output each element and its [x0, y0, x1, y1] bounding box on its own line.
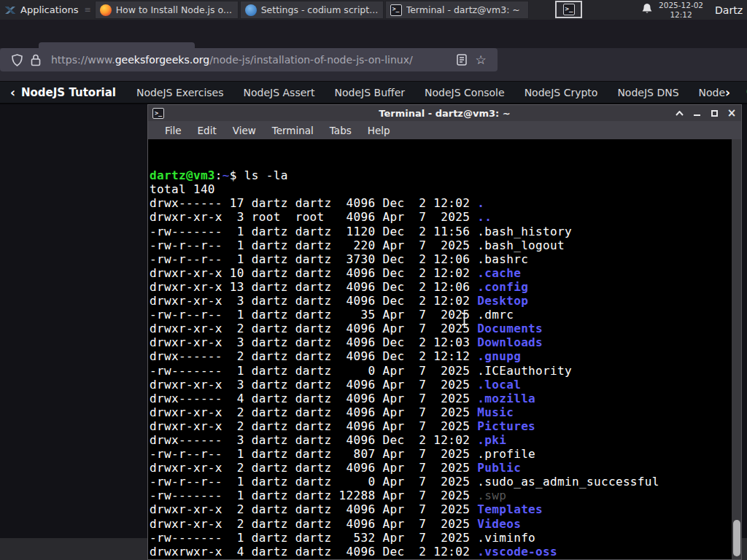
terminal-line: -rw-r--r-- 1 dartz dartz 3730 Dec 2 12:0… [150, 252, 740, 266]
menu-view[interactable]: View [225, 125, 264, 136]
terminal-scrollbar-thumb[interactable] [733, 520, 740, 556]
terminal-line: -rw------- 1 dartz dartz 1120 Dec 2 11:5… [150, 225, 740, 238]
firefox-icon [100, 4, 112, 16]
terminal-line: -rw-r--r-- 1 dartz dartz 220 Apr 7 2025 … [150, 238, 740, 252]
terminal-icon: >_ [390, 4, 402, 16]
lock-icon[interactable] [26, 50, 45, 69]
terminal-line: drwx------ 3 dartz dartz 4096 Dec 2 12:0… [150, 433, 740, 447]
terminal-line: drwxr-xr-x 3 dartz dartz 4096 Apr 7 2025… [150, 378, 740, 392]
menu-help[interactable]: Help [360, 125, 398, 136]
focused-window-iconbox[interactable]: >_ [555, 1, 582, 18]
nav-link-dns[interactable]: NodeJS DNS [617, 87, 678, 98]
terminal-line: drwxr-xr-x 2 dartz dartz 4096 Apr 7 2025… [150, 461, 740, 475]
tracking-shield-icon[interactable] [7, 50, 26, 69]
nav-link-crypto[interactable]: NodeJS Crypto [525, 87, 598, 98]
menu-tabs[interactable]: Tabs [322, 125, 360, 136]
nav-back-chevron-icon[interactable]: ‹ [10, 85, 15, 100]
nav-more-chevron-icon[interactable]: › [725, 85, 730, 100]
terminal-line: drwx------ 17 dartz dartz 4096 Dec 2 12:… [150, 196, 740, 210]
nav-link-buffer[interactable]: NodeJS Buffer [335, 87, 406, 98]
site-nav-bar: ‹ NodeJS Tutorial NodeJS Exercises NodeJ… [0, 82, 747, 104]
taskbar-window-firefox[interactable]: How to Install Node.js o... [95, 1, 239, 19]
panel-tray: 2025-12-02 12:12 Dartz [641, 0, 747, 20]
nav-link-console[interactable]: NodeJS Console [425, 87, 505, 98]
terminal-scrollbar[interactable] [732, 139, 741, 559]
menu-edit[interactable]: Edit [190, 125, 225, 136]
notification-bell-icon[interactable] [641, 3, 653, 18]
distro-logo-icon [4, 4, 16, 16]
terminal-line: drwx------ 4 dartz dartz 4096 Apr 7 2025… [150, 392, 740, 405]
browser-tab-bar: G How to Install Node.js on × + × [0, 20, 747, 48]
terminal-line: drwx------ 2 dartz dartz 4096 Dec 2 12:1… [150, 349, 740, 363]
clock-date: 2025-12-02 [659, 1, 703, 9]
terminal-titlebar[interactable]: >_ Terminal - dartz@vm3: ~ × [148, 105, 741, 121]
applications-menu-button[interactable]: Applications [0, 0, 84, 20]
taskbar-window-terminal[interactable]: >_ Terminal - dartz@vm3: ~ [385, 1, 529, 19]
mouse-cursor-ibeam [460, 312, 469, 329]
terminal-menubar: File Edit View Terminal Tabs Help [148, 121, 741, 139]
menu-file[interactable]: File [157, 125, 190, 136]
clock-time: 12:12 [659, 10, 703, 19]
codium-icon [245, 4, 257, 16]
terminal-window: >_ Terminal - dartz@vm3: ~ × File Edit V… [147, 104, 742, 560]
terminal-line: -rw------- 1 dartz dartz 48 Dec 2 10:39 … [150, 559, 740, 559]
terminal-line: -rw-r--r-- 1 dartz dartz 0 Apr 7 2025 .s… [150, 475, 740, 489]
terminal-line: drwxr-xr-x 2 dartz dartz 4096 Apr 7 2025… [150, 502, 740, 516]
terminal-close-button[interactable]: × [727, 108, 737, 118]
url-bar[interactable]: https://www.geeksforgeeks.org/node-js/in… [0, 48, 498, 71]
terminal-line: drwxrwxr-x 4 dartz dartz 4096 Dec 2 12:0… [150, 545, 740, 559]
terminal-output: dartz@vm3:~$ ls -latotal 140drwx------ 1… [149, 139, 740, 559]
terminal-line: -rw------- 1 dartz dartz 12288 Apr 7 202… [150, 489, 740, 502]
terminal-line: -rw-r--r-- 1 dartz dartz 35 Apr 7 2025 .… [150, 308, 740, 322]
terminal-line: drwxr-xr-x 3 root root 4096 Apr 7 2025 .… [150, 210, 740, 224]
panel-grip: ≡ [84, 5, 90, 15]
terminal-minimize-button[interactable] [692, 108, 702, 118]
terminal-maximize-button[interactable] [709, 108, 719, 118]
terminal-icon: >_ [563, 4, 575, 15]
applications-label: Applications [20, 4, 78, 15]
browser-toolbar: ← → https://www.geeksforgeeks.org/node-j… [0, 48, 747, 82]
panel-user-label: Dartz [709, 4, 744, 16]
terminal-title: Terminal - dartz@vm3: ~ [148, 108, 741, 119]
terminal-line: drwxr-xr-x 10 dartz dartz 4096 Dec 2 12:… [150, 266, 740, 280]
terminal-line: -rw------- 1 dartz dartz 0 Apr 7 2025 .I… [150, 364, 740, 378]
panel-clock[interactable]: 2025-12-02 12:12 [659, 1, 703, 18]
terminal-icon: >_ [152, 108, 164, 119]
menu-terminal[interactable]: Terminal [264, 125, 322, 136]
terminal-line: total 140 [150, 182, 740, 196]
terminal-line: drwxr-xr-x 2 dartz dartz 4096 Apr 7 2025… [150, 322, 740, 335]
url-text: https://www.geeksforgeeks.org/node-js/in… [51, 54, 452, 66]
nav-link-assert[interactable]: NodeJS Assert [244, 87, 315, 98]
terminal-line: -rw------- 1 dartz dartz 532 Apr 7 2025 … [150, 531, 740, 545]
nav-link-truncated[interactable]: Node [699, 87, 726, 98]
bookmark-star-icon[interactable]: ☆ [471, 50, 490, 69]
terminal-line: drwxr-xr-x 2 dartz dartz 4096 Apr 7 2025… [150, 405, 740, 419]
terminal-line: drwxr-xr-x 2 dartz dartz 4096 Apr 7 2025… [150, 419, 740, 433]
terminal-line: drwxr-xr-x 3 dartz dartz 4096 Dec 2 12:0… [150, 294, 740, 308]
reader-view-icon[interactable] [452, 50, 471, 69]
terminal-shade-button[interactable] [674, 108, 684, 118]
nav-link-exercises[interactable]: NodeJS Exercises [136, 87, 224, 98]
nav-link-tutorial[interactable]: NodeJS Tutorial [21, 86, 116, 99]
taskbar-window-codium[interactable]: Settings - codium script... [240, 1, 384, 19]
terminal-line: drwxr-xr-x 3 dartz dartz 4096 Dec 2 12:0… [150, 335, 740, 349]
terminal-line: drwxr-xr-x 2 dartz dartz 4096 Apr 7 2025… [150, 517, 740, 531]
top-panel: Applications ≡ How to Install Node.js o.… [0, 0, 747, 20]
terminal-line: -rw-r--r-- 1 dartz dartz 807 Apr 7 2025 … [150, 447, 740, 461]
terminal-line: dartz@vm3:~$ ls -la [150, 168, 740, 182]
terminal-line: drwxr-xr-x 13 dartz dartz 4096 Dec 2 12:… [150, 280, 740, 294]
